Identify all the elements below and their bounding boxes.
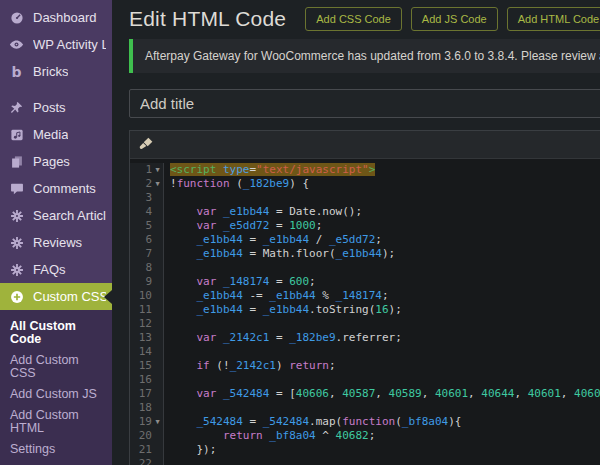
sidebar-item-dashboard[interactable]: Dashboard [0,4,112,31]
pushpin-icon [9,100,24,115]
sidebar-item-bricks[interactable]: bBricks [0,58,112,85]
code-text: var _148174 = 600; [164,275,316,289]
submenu-item-all-custom-code[interactable]: All Custom Code [0,316,112,350]
code-line: 21 }); [130,443,600,457]
code-line: 12 [130,317,600,331]
code-line: 7 _e1bb44 = Math.floor(_e1bb44); [130,247,600,261]
sidebar-item-media[interactable]: Media [0,121,112,148]
line-number: 19 [133,415,152,429]
dashboard-icon [9,10,24,25]
code-line: 13 var _2142c1 = _182be9.referrer; [130,331,600,345]
code-lines: 1▼<script type="text/javascript">2▼!func… [130,163,600,465]
sidebar-item-label: Pages [33,155,70,169]
fold-spacer [152,303,163,317]
code-text: var _542484 = [40606, 40587, 40589, 4060… [164,387,600,401]
line-number: 14 [133,345,152,359]
sidebar-item-label: Comments [33,182,96,196]
add-js-code-button[interactable]: Add JS Code [411,7,498,31]
code-editor-panel: 1▼<script type="text/javascript">2▼!func… [129,130,600,465]
gutter: 11 [130,303,164,317]
fold-spacer [152,233,163,247]
gutter: 15 [130,359,164,373]
fold-spacer [152,429,163,443]
sidebar-item-reviews[interactable]: Reviews [0,229,112,256]
code-text: _e1bb44 -= _e1bb44 % _148174; [164,289,389,303]
media-icon [9,127,24,142]
line-number: 2 [133,177,152,191]
notice-text: Afterpay Gateway for WooCommerce has upd… [145,49,600,63]
gutter: 2▼ [130,177,164,191]
fold-arrow-icon[interactable]: ▼ [152,177,163,191]
line-number: 3 [133,191,152,205]
line-number: 13 [133,331,152,345]
main-content: Edit HTML Code Add CSS CodeAdd JS CodeAd… [112,0,600,465]
code-text: !function (_182be9) { [164,177,309,191]
code-text: if (!_2142c1) return; [164,359,336,373]
line-number: 9 [133,275,152,289]
sidebar-item-search-articles[interactable]: Search Articles [0,202,112,229]
fold-spacer [152,289,163,303]
sidebar-item-wp-activity-log[interactable]: WP Activity Log [0,31,112,58]
gutter: 7 [130,247,164,261]
header-buttons: Add CSS CodeAdd JS CodeAdd HTML Code [305,7,600,31]
submenu-item-add-custom-js[interactable]: Add Custom JS [0,384,112,405]
fold-spacer [152,261,163,275]
line-number: 11 [133,303,152,317]
line-number: 21 [133,443,152,457]
sidebar-item-faqs[interactable]: FAQs [0,256,112,283]
submenu-item-settings[interactable]: Settings [0,439,112,460]
fold-spacer [152,275,163,289]
gutter: 18 [130,401,164,415]
code-text: return _bf8a04 ^ 40682; [164,429,375,443]
fold-spacer [152,387,163,401]
code-line: 11 _e1bb44 = _e1bb44.toString(16); [130,303,600,317]
code-text: <script type="text/javascript"> [164,163,375,177]
gutter: 19▼ [130,415,164,429]
title-input[interactable] [129,89,600,118]
sidebar-item-label: Custom CSS & JS [33,290,106,304]
gutter: 14 [130,345,164,359]
gutter: 9 [130,275,164,289]
code-line: 5 var _e5dd72 = 1000; [130,219,600,233]
pages-icon [9,154,24,169]
gutter: 17 [130,387,164,401]
submenu-item-add-custom-html[interactable]: Add Custom HTML [0,405,112,439]
code-line: 18 [130,401,600,415]
sidebar-separator [0,85,112,94]
sidebar-item-posts[interactable]: Posts [0,94,112,121]
code-text [164,345,170,359]
line-number: 10 [133,289,152,303]
code-line: 2▼!function (_182be9) { [130,177,600,191]
sidebar-item-pages[interactable]: Pages [0,148,112,175]
fold-spacer [152,317,163,331]
plus-circle-icon [9,289,24,304]
code-text [164,261,170,275]
code-text: _e1bb44 = _e1bb44.toString(16); [164,303,402,317]
gutter: 8 [130,261,164,275]
sidebar-item-comments[interactable]: Comments [0,175,112,202]
code-text [164,457,170,465]
line-number: 6 [133,233,152,247]
line-number: 12 [133,317,152,331]
gear-icon [9,208,24,223]
sidebar-item-label: Reviews [33,236,82,250]
format-code-button[interactable] [137,134,156,156]
code-editor[interactable]: 1▼<script type="text/javascript">2▼!func… [130,159,600,465]
code-text: _542484 = _542484.map(function(_bf8a04){ [164,415,461,429]
submenu-item-add-custom-css[interactable]: Add Custom CSS [0,350,112,384]
fold-spacer [152,191,163,205]
fold-spacer [152,219,163,233]
page-title: Edit HTML Code [129,7,286,31]
code-text [164,401,170,415]
code-text: var _e1bb44 = Date.now(); [164,205,362,219]
fold-arrow-icon[interactable]: ▼ [152,163,163,177]
line-number: 4 [133,205,152,219]
sidebar-item-label: FAQs [33,263,66,277]
line-number: 1 [133,163,152,177]
code-text [164,191,170,205]
line-number: 15 [133,359,152,373]
add-css-code-button[interactable]: Add CSS Code [305,7,402,31]
fold-arrow-icon[interactable]: ▼ [152,415,163,429]
sidebar-item-custom-css-js[interactable]: Custom CSS & JS [0,283,112,310]
add-html-code-button[interactable]: Add HTML Code [507,7,600,31]
